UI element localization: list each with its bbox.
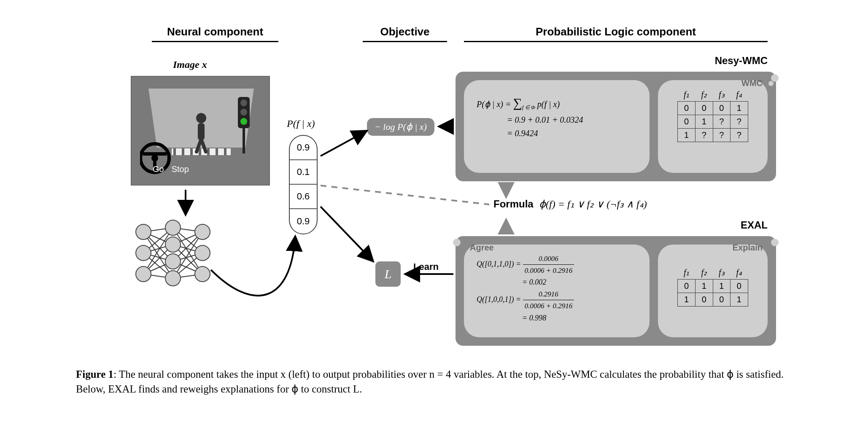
go-label: Go — [153, 164, 164, 174]
header-neural-text: Neural component — [167, 25, 263, 38]
td: 1 — [678, 293, 695, 307]
prob-cell: 0.6 — [290, 185, 317, 209]
nesy-sum-body: p(f | x) — [537, 100, 560, 109]
td: 0 — [678, 102, 695, 115]
td: ? — [713, 115, 731, 129]
q2-den: 0.0006 + 0.2916 — [523, 300, 574, 312]
header-logic-text: Probabilistic Logic component — [536, 25, 696, 38]
header-objective: Objective — [363, 25, 447, 42]
td: ? — [695, 129, 713, 142]
p-f-given-x-label: P(f | x) — [287, 118, 315, 129]
formula-prefix: Formula — [493, 198, 534, 210]
explain-cloud: Explain f₁f₂f₃f₄ 0110 1001 — [658, 245, 768, 337]
q1-den: 0.0006 + 0.2916 — [523, 265, 574, 276]
td: 1 — [678, 129, 695, 142]
svg-point-16 — [240, 118, 247, 125]
q2-res: = 0.998 — [477, 312, 574, 324]
svg-point-54 — [195, 245, 210, 261]
loss-L: L — [375, 261, 401, 287]
td: 0 — [713, 293, 731, 307]
q2-num: 0.2916 — [523, 288, 574, 300]
td: 0 — [695, 102, 713, 115]
formula-phi: Formula ϕ(f) = f₁ ∨ f₂ ∨ (¬f₃ ∧ f₄) — [493, 198, 647, 210]
agree-cloud: Agree Q([0,1,1,0]) = 0.00060.0006 + 0.29… — [464, 245, 650, 337]
prob-cell: 0.1 — [290, 160, 317, 185]
svg-rect-17 — [243, 128, 245, 153]
svg-point-15 — [240, 109, 247, 116]
header-objective-text: Objective — [380, 25, 429, 38]
header-neural: Neural component — [152, 25, 278, 42]
td: 1 — [713, 280, 731, 293]
probability-vector: 0.9 0.1 0.6 0.9 — [289, 135, 318, 234]
th: f₄ — [731, 266, 748, 280]
svg-point-49 — [165, 220, 181, 235]
nesy-sum-sub: f ∈ Φ — [522, 104, 535, 110]
svg-rect-10 — [198, 123, 205, 140]
caption-text: : The neural component takes the input x… — [76, 369, 784, 395]
th: f₂ — [695, 266, 713, 280]
nesy-line2: = 0.9 + 0.01 + 0.0324 — [477, 113, 583, 126]
td: 0 — [678, 280, 695, 293]
header-logic: Probabilistic Logic component — [464, 25, 768, 42]
svg-point-51 — [165, 254, 181, 269]
figure-1: Neural component Objective Probabilistic… — [0, 0, 868, 425]
prob-cell: 0.9 — [290, 209, 317, 234]
td: ? — [731, 129, 748, 142]
neural-network-icon — [131, 219, 215, 287]
nesy-wmc-title: Nesy-WMC — [715, 55, 768, 67]
wmc-cloud: WMC f₁f₂f₃f₄ 0001 01?? 1??? — [658, 80, 768, 173]
svg-point-53 — [195, 224, 210, 239]
q2-lhs: Q([1,0,0,1]) = — [477, 295, 521, 304]
agree-label: Agree — [470, 243, 494, 253]
explain-label: Explain — [733, 243, 763, 253]
svg-point-50 — [165, 237, 181, 252]
learn-label: Learn — [413, 261, 439, 272]
svg-point-47 — [136, 245, 151, 261]
svg-point-9 — [196, 113, 206, 123]
figure-caption: Figure 1: The neural component takes the… — [76, 367, 793, 396]
wmc-table: f₁f₂f₃f₄ 0001 01?? 1??? — [677, 88, 748, 142]
td: 1 — [695, 115, 713, 129]
nesy-line3: = 0.9424 — [477, 126, 583, 140]
input-image: Go Stop — [131, 76, 270, 186]
svg-point-46 — [136, 224, 151, 239]
td: 0 — [678, 115, 695, 129]
exal-title: EXAL — [741, 219, 768, 231]
image-x-label: Image x — [173, 59, 207, 70]
stop-label: Stop — [172, 164, 189, 174]
th: f₃ — [713, 266, 731, 280]
objective-neg-log-p: − log P(ϕ | x) — [367, 118, 434, 136]
td: 0 — [731, 280, 748, 293]
th: f₁ — [678, 266, 695, 280]
formula-body: ϕ(f) = f₁ ∨ f₂ ∨ (¬f₃ ∧ f₄) — [539, 199, 647, 210]
svg-point-48 — [136, 266, 151, 282]
svg-point-55 — [195, 266, 210, 282]
td: 1 — [695, 280, 713, 293]
td: 1 — [731, 102, 748, 115]
svg-point-52 — [165, 271, 181, 286]
explain-table: f₁f₂f₃f₄ 0110 1001 — [677, 266, 748, 307]
td: ? — [713, 129, 731, 142]
q1-res: = 0.002 — [477, 276, 574, 288]
caption-label: Figure 1 — [76, 369, 113, 380]
td: 0 — [695, 293, 713, 307]
nesy-lhs: P(ϕ | x) = — [477, 100, 511, 109]
q1-lhs: Q([0,1,1,0]) = — [477, 260, 521, 268]
wmc-label: WMC — [741, 78, 763, 88]
q1-num: 0.0006 — [523, 253, 574, 265]
street-scene-icon — [140, 84, 262, 177]
th: f₁ — [678, 88, 695, 102]
td: 1 — [731, 293, 748, 307]
td: 0 — [713, 102, 731, 115]
th: f₂ — [695, 88, 713, 102]
th: f₃ — [713, 88, 731, 102]
td: ? — [731, 115, 748, 129]
exal-panel: EXAL Agree Q([0,1,1,0]) = 0.00060.0006 +… — [456, 236, 776, 346]
nesy-eq-cloud: P(ϕ | x) = ∑f ∈ Φ p(f | x) = 0.9 + 0.01 … — [464, 80, 650, 173]
th: f₄ — [731, 88, 748, 102]
prob-cell: 0.9 — [290, 136, 317, 160]
nesy-wmc-panel: Nesy-WMC P(ϕ | x) = ∑f ∈ Φ p(f | x) = 0.… — [456, 72, 776, 181]
svg-point-14 — [240, 100, 247, 106]
svg-line-61 — [321, 186, 489, 204]
